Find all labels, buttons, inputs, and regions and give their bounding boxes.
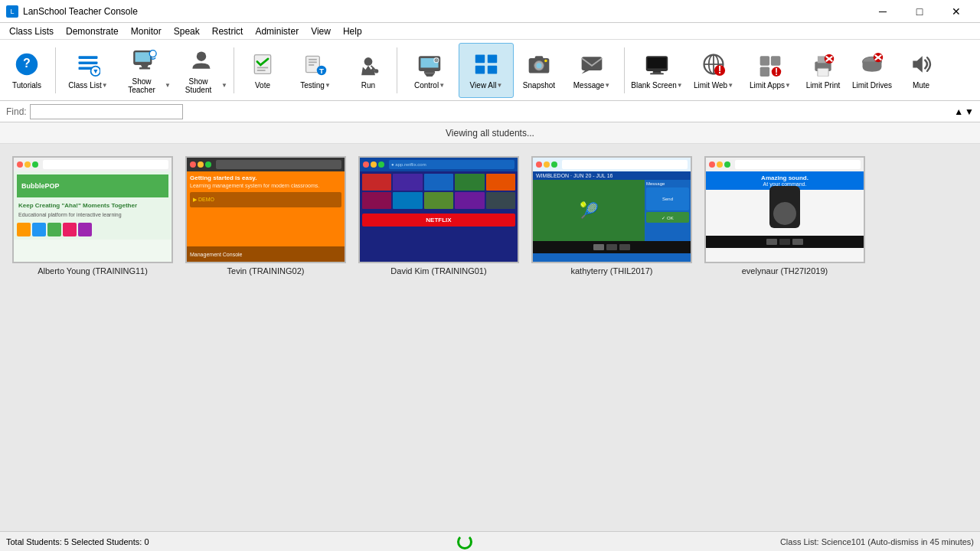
svg-text:?: ? — [23, 57, 31, 70]
menu-class-lists[interactable]: Class Lists — [3, 24, 60, 38]
menu-demonstrate[interactable]: Demonstrate — [60, 24, 125, 38]
svg-rect-9 — [139, 67, 150, 69]
student-name-alberto: Alberto Young (TRAINING11) — [38, 266, 148, 276]
limit-apps-icon: ! — [756, 51, 784, 78]
message-button[interactable]: Message ▼ — [564, 43, 619, 98]
tutorials-button[interactable]: ? Tutorials — [3, 43, 51, 98]
limit-web-button[interactable]: ! Limit Web ▼ — [686, 43, 741, 98]
testing-label: Testing — [300, 81, 325, 90]
control-label: Control — [414, 81, 439, 90]
student-grid: BubblePOP Keep Creating "Aha!" Moments T… — [12, 156, 968, 276]
control-button[interactable]: ⊕ Control ▼ — [402, 43, 457, 98]
student-count-text: Total Students: 5 Selected Students: 0 — [6, 537, 149, 546]
show-teacher-button[interactable]: Show Teacher ▼ — [117, 43, 172, 98]
svg-rect-51 — [771, 56, 780, 65]
limit-drives-button[interactable]: Limit Drives — [848, 43, 896, 98]
testing-button[interactable]: T Testing ▼ — [288, 43, 343, 98]
view-status-text: Viewing all students... — [446, 128, 534, 139]
svg-rect-30 — [488, 55, 497, 64]
limit-apps-button[interactable]: ! Limit Apps ▼ — [743, 43, 798, 98]
svg-text:▼: ▼ — [92, 67, 99, 75]
titlebar-left: L LanSchool Teacher Console — [6, 5, 138, 18]
collapse-down-button[interactable]: ▼ — [965, 106, 974, 117]
statusbar-left: Total Students: 5 Selected Students: 0 — [6, 537, 149, 546]
statusbar-right: Class List: Science101 (Auto-dismiss in … — [780, 537, 974, 546]
message-label: Message — [573, 81, 605, 90]
limit-drives-icon — [858, 51, 886, 78]
svg-rect-2 — [79, 56, 98, 59]
run-button[interactable]: Run — [345, 43, 392, 98]
show-student-button[interactable]: Show Student ▼ — [174, 43, 229, 98]
menu-speak[interactable]: Speak — [168, 24, 206, 38]
app-icon: L — [6, 5, 18, 18]
blank-screen-button[interactable]: Blank Screen ▼ — [629, 43, 684, 98]
student-card-evelyn[interactable]: Amazing sound. At your command. — [704, 156, 865, 276]
tutorials-icon: ? — [13, 51, 41, 78]
student-thumbnail-tevin[interactable]: Getting started is easy. Learning manage… — [185, 156, 346, 263]
student-card-tevin[interactable]: Getting started is easy. Learning manage… — [185, 156, 346, 276]
limit-web-arrow: ▼ — [727, 82, 733, 89]
searchbar: Find: ▲ ▼ — [0, 101, 980, 122]
show-student-arrow: ▼ — [221, 82, 227, 89]
svg-text:!: ! — [775, 67, 778, 77]
view-all-label: View All — [470, 81, 497, 90]
student-card-kathy[interactable]: WIMBLEDON · JUN 20 - JUL 16 🎾 Message Se… — [531, 156, 692, 276]
mute-label: Mute — [913, 81, 929, 90]
close-button[interactable]: ✕ — [939, 0, 974, 23]
limit-print-button[interactable]: Limit Print — [799, 43, 847, 98]
show-student-icon — [188, 47, 215, 74]
class-list-label: Class List — [68, 81, 101, 90]
menu-administer[interactable]: Administer — [249, 24, 305, 38]
svg-point-11 — [197, 51, 206, 60]
menu-help[interactable]: Help — [337, 24, 368, 38]
find-label: Find: — [6, 106, 27, 117]
svg-rect-26 — [424, 71, 435, 73]
message-label-row: Message ▼ — [573, 81, 611, 90]
student-thumbnail-david[interactable]: ● app.netflix.com — [358, 156, 519, 263]
show-student-label: Show Student — [175, 77, 221, 94]
snapshot-button[interactable]: Snapshot — [515, 43, 563, 98]
svg-point-21 — [364, 57, 373, 66]
menu-view[interactable]: View — [305, 24, 337, 38]
view-all-arrow: ▼ — [496, 82, 502, 89]
vote-label: Vote — [255, 81, 270, 90]
svg-rect-32 — [488, 66, 497, 74]
svg-rect-13 — [257, 67, 268, 69]
svg-text:!: ! — [718, 64, 722, 76]
svg-rect-36 — [535, 56, 544, 59]
testing-icon: T — [302, 51, 329, 78]
mute-button[interactable]: Mute — [897, 43, 945, 98]
student-thumbnail-alberto[interactable]: BubblePOP Keep Creating "Aha!" Moments T… — [12, 156, 173, 263]
control-arrow: ▼ — [439, 82, 445, 89]
svg-rect-29 — [475, 55, 485, 64]
limit-web-label: Limit Web — [694, 81, 727, 90]
minimize-button[interactable]: ─ — [865, 0, 900, 23]
separator-3 — [397, 47, 397, 93]
class-list-button[interactable]: ▼ Class List ▼ — [60, 43, 116, 98]
vote-button[interactable]: Vote — [239, 43, 286, 98]
svg-point-23 — [374, 69, 378, 73]
svg-rect-8 — [136, 52, 151, 61]
run-icon — [354, 51, 382, 78]
student-thumbnail-evelyn[interactable]: Amazing sound. At your command. — [704, 156, 865, 263]
student-thumbnail-kathy[interactable]: WIMBLEDON · JUN 20 - JUL 16 🎾 Message Se… — [531, 156, 692, 263]
view-all-button[interactable]: View All ▼ — [459, 43, 514, 98]
maximize-button[interactable]: □ — [902, 0, 937, 23]
limit-drives-label: Limit Drives — [852, 81, 892, 90]
blank-screen-icon — [643, 51, 671, 78]
menu-restrict[interactable]: Restrict — [206, 24, 250, 38]
svg-marker-39 — [582, 70, 590, 73]
svg-rect-50 — [760, 56, 769, 65]
student-card-david[interactable]: ● app.netflix.com — [358, 156, 519, 276]
student-card-alberto[interactable]: BubblePOP Keep Creating "Aha!" Moments T… — [12, 156, 173, 276]
menu-monitor[interactable]: Monitor — [125, 24, 168, 38]
search-input[interactable] — [30, 104, 183, 119]
limit-apps-label: Limit Apps — [750, 81, 785, 90]
svg-rect-14 — [257, 70, 266, 71]
testing-arrow: ▼ — [325, 82, 331, 89]
collapse-up-button[interactable]: ▲ — [954, 106, 963, 117]
show-student-label-row: Show Student ▼ — [175, 77, 227, 94]
blank-screen-label-row: Blank Screen ▼ — [631, 81, 682, 90]
class-list-label-row: Class List ▼ — [68, 81, 107, 90]
limit-apps-label-row: Limit Apps ▼ — [750, 81, 791, 90]
